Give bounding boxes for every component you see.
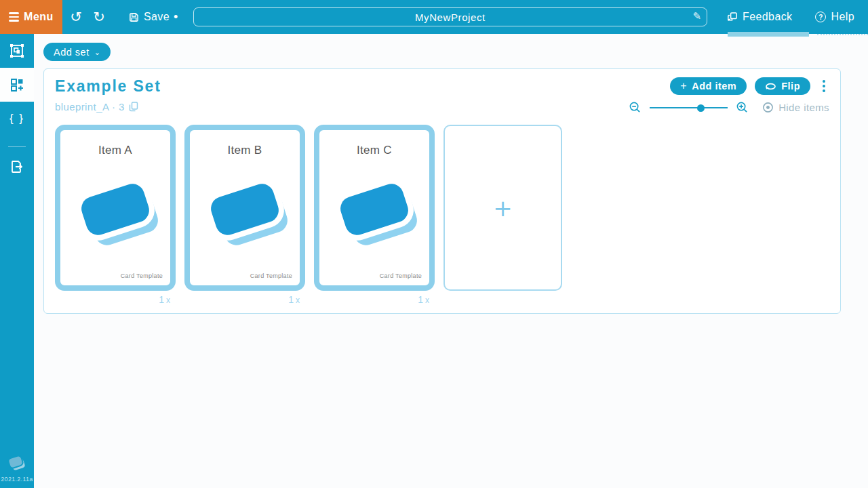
add-set-button[interactable]: Add set ⌄ xyxy=(43,43,111,61)
feedback-label: Feedback xyxy=(743,11,792,23)
sidebar-divider xyxy=(8,146,26,147)
main-area: Add set ⌄ Example Set blueprint_A · 3 + … xyxy=(34,34,868,488)
hide-items-label: Hide items xyxy=(778,102,829,113)
set-options-kebab-icon[interactable] xyxy=(818,77,829,95)
set-panel: Example Set blueprint_A · 3 + Add item xyxy=(43,68,841,314)
card-template-label: Card Template xyxy=(380,272,422,279)
undo-icon[interactable]: ↺ xyxy=(66,6,85,28)
sidebar-footer: 2021.2.11a xyxy=(1,455,33,488)
plus-icon: + xyxy=(493,197,513,220)
design-canvas-icon xyxy=(9,43,25,59)
hamburger-icon xyxy=(9,12,19,22)
help-label: Help xyxy=(831,11,854,23)
sidebar-item-data[interactable]: { } xyxy=(0,102,34,136)
save-label: Save xyxy=(144,11,170,23)
add-set-label: Add set xyxy=(54,47,90,58)
save-button[interactable]: Save • xyxy=(129,11,178,23)
card-count: 1x xyxy=(314,294,435,305)
card-template-label: Card Template xyxy=(250,272,292,279)
card-item-a[interactable]: Item A Card Template xyxy=(55,125,176,291)
redo-icon[interactable]: ↻ xyxy=(90,6,108,28)
card-item-b[interactable]: Item B Card Template xyxy=(184,125,305,291)
card-item-c[interactable]: Item C Card Template xyxy=(314,125,435,291)
card-title: Item B xyxy=(190,144,300,157)
set-header: Example Set blueprint_A · 3 xyxy=(55,77,161,113)
sidebar-item-design[interactable] xyxy=(0,34,34,68)
zoom-slider-track xyxy=(650,107,728,108)
card-title: Item C xyxy=(319,144,429,157)
project-name-wrap: ✎ xyxy=(193,7,707,26)
zoom-slider-thumb[interactable] xyxy=(697,104,705,112)
help-button[interactable]: ? Help xyxy=(815,11,854,23)
feedback-button[interactable]: Feedback xyxy=(726,11,792,23)
feedback-icon xyxy=(726,12,738,23)
card-title: Item A xyxy=(60,144,170,157)
menu-label: Menu xyxy=(24,11,54,23)
menu-button[interactable]: Menu xyxy=(0,0,62,34)
zoom-out-icon[interactable] xyxy=(629,102,641,113)
chevron-down-icon: ⌄ xyxy=(94,48,101,57)
unsaved-indicator: • xyxy=(174,11,178,23)
hide-items-toggle[interactable]: Hide items xyxy=(762,102,829,113)
flip-label: Flip xyxy=(781,81,800,92)
sidebar-item-export[interactable] xyxy=(0,150,34,184)
app-logo xyxy=(8,455,26,472)
top-bar: Menu ↺ ↻ Save • ✎ Feedback ? Help xyxy=(0,0,868,34)
plus-icon: + xyxy=(680,80,687,92)
help-dotted-underline xyxy=(817,34,868,35)
set-blueprint-info: blueprint_A · 3 xyxy=(55,101,125,113)
add-item-label: Add item xyxy=(692,81,736,92)
components-add-icon xyxy=(9,77,24,92)
edit-pencil-icon[interactable]: ✎ xyxy=(692,10,701,22)
add-item-slot[interactable]: + xyxy=(443,125,562,291)
export-document-icon xyxy=(9,159,24,174)
flip-icon xyxy=(765,82,776,91)
set-title: Example Set xyxy=(55,77,161,96)
card-count: 1x xyxy=(184,294,305,305)
save-icon xyxy=(129,12,139,22)
feedback-active-indicator xyxy=(728,32,809,37)
project-name-input[interactable] xyxy=(193,7,707,26)
flip-button[interactable]: Flip xyxy=(755,77,810,95)
card-count: 1x xyxy=(55,294,176,305)
zoom-slider[interactable] xyxy=(650,104,728,112)
app-version: 2021.2.11a xyxy=(1,476,33,483)
copy-icon[interactable] xyxy=(129,102,138,112)
help-icon: ? xyxy=(815,12,826,22)
add-item-button[interactable]: + Add item xyxy=(670,77,747,95)
zoom-in-icon[interactable] xyxy=(736,102,748,113)
eye-icon xyxy=(762,102,774,113)
sidebar-item-sets[interactable] xyxy=(0,68,34,102)
card-template-label: Card Template xyxy=(121,272,163,279)
sidebar: { } 2021.2.11a xyxy=(0,34,34,488)
braces-icon: { } xyxy=(9,112,24,125)
